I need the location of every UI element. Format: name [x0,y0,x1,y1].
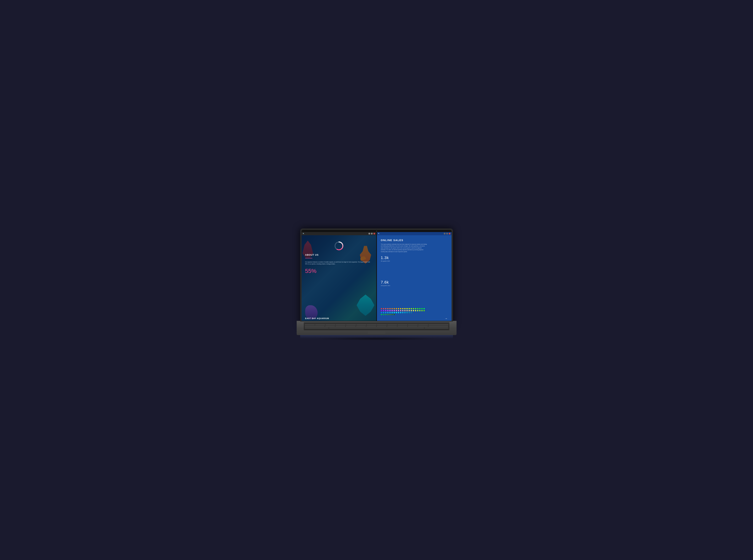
trackpad[interactable] [368,331,385,334]
dot [419,310,421,311]
key [428,326,448,327]
dot [411,310,412,311]
dot [411,308,412,309]
key [387,326,397,327]
stat3-value: 7.6k [381,280,448,285]
aquarium-content: ABOUT US Our aquarium features a number … [302,237,376,323]
dot [406,310,408,311]
dot [391,312,393,313]
dot [411,312,412,313]
key [356,326,366,327]
dot [400,312,401,313]
percentage-stat: 55% [305,268,373,274]
dot [381,312,382,313]
key-row-1 [305,324,448,325]
hinge [300,321,453,321]
close-btn[interactable]: ✕ [373,233,375,235]
key [376,326,387,327]
dot [398,310,399,311]
dots-row-3 [381,312,448,313]
dot [400,308,401,309]
dot [391,308,393,309]
dot [417,310,418,311]
dot [421,310,423,311]
dot [387,312,388,313]
right-window: 🔍 − + ✕ ONLINE SALES This report publish… [377,232,451,323]
stats-row: 1.3k 4th quarter 2020 [381,256,448,262]
left-window: 🔍 − + ✕ [302,232,376,323]
dot [404,310,406,311]
dot [396,312,397,313]
dot [394,308,395,309]
dot [381,308,382,309]
webcam [376,231,377,232]
key [366,326,376,327]
key [357,324,366,325]
dot [391,310,393,311]
dot [394,310,395,311]
key [336,324,346,325]
sales-heading: ONLINE SALES [381,239,448,242]
laptop-body [297,321,456,335]
left-titlebar: 🔍 − + ✕ [302,232,376,235]
dot [394,314,395,315]
keyboard [304,322,449,330]
close-btn-right[interactable]: ✕ [449,233,450,235]
key [335,326,345,327]
dot [389,314,391,315]
key [346,324,356,325]
screen-content: 🔍 − + ✕ [302,230,451,323]
dot [406,312,408,313]
dot [424,310,425,311]
dot [385,310,386,311]
stat-block-3: 7.6k 2nd quarter 2021 [381,280,448,286]
maximize-btn[interactable]: + [371,233,373,235]
sales-content: ONLINE SALES This report publishes estim… [377,235,451,323]
dot [402,308,403,309]
key [428,324,448,325]
key [398,326,407,327]
maximize-btn-right[interactable]: + [446,233,448,235]
laptop: 🔍 − + ✕ [297,228,456,335]
dot [398,312,399,313]
dot [396,308,397,309]
dots-grid [381,308,448,316]
dot [404,308,406,309]
about-us-heading: ABOUT US [305,254,373,256]
stat1-label: 4th quarter 2020 [381,260,390,262]
laptop-screen: 🔍 − + ✕ [300,228,453,324]
key-caps [305,327,329,328]
dot [383,312,384,313]
minimize-btn-right[interactable]: − [444,233,446,235]
dot [383,310,384,311]
key [387,324,397,325]
dot [389,312,391,313]
dot [381,310,382,311]
search-icon: 🔍 [303,233,304,235]
stat1-value: 1.3k [381,256,390,260]
dot [387,310,388,311]
stat-block-1: 1.3k 4th quarter 2020 [381,256,390,262]
search-icon-right: 🔍 [378,233,380,235]
minimize-btn[interactable]: − [368,233,370,235]
dot [404,312,406,313]
key [408,326,418,327]
key [425,327,448,328]
dot [419,308,421,309]
dot [389,308,391,309]
dot [413,310,414,311]
key [325,324,335,325]
dot [387,314,388,315]
dot [400,310,401,311]
dot [383,308,384,309]
dot [421,308,423,309]
dots-row-1 [381,308,448,309]
dot [381,314,382,315]
key [398,324,407,325]
key [367,324,376,325]
key [325,326,335,327]
dot [409,312,410,313]
next-arrow[interactable]: → [445,317,448,320]
sales-description: This report publishes estimates that hav… [381,243,427,253]
key [408,324,418,325]
